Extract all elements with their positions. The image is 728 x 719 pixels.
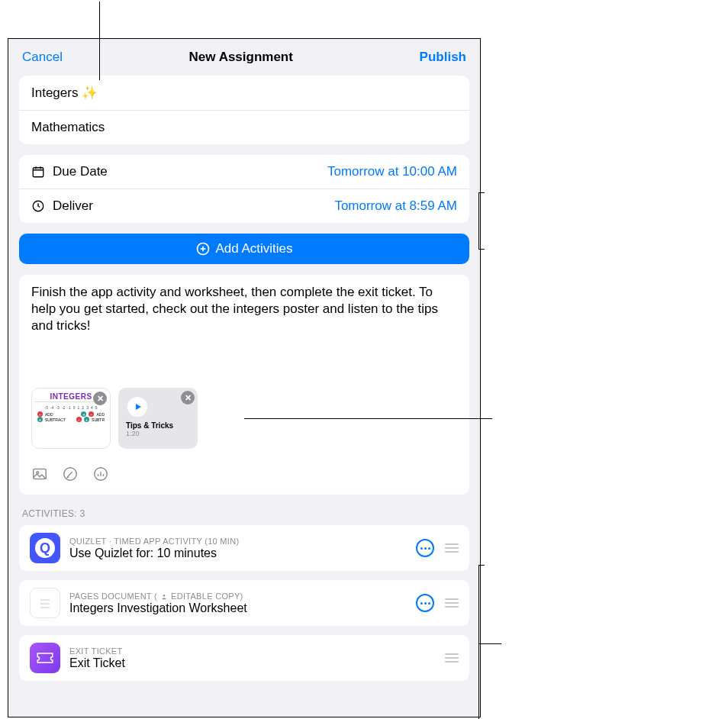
calendar-icon: [31, 165, 45, 179]
assignment-info-section: Integers ✨ Mathematics: [19, 76, 469, 144]
plus-circle-icon: [195, 241, 211, 256]
person-icon: [160, 592, 168, 601]
attachment-toolbar: [31, 463, 457, 485]
audio-name: Tips & Tricks: [126, 421, 192, 430]
assignment-class-text: Mathematics: [31, 120, 105, 135]
audio-duration: 1:20: [126, 430, 192, 437]
add-activities-button[interactable]: Add Activities: [19, 234, 469, 264]
remove-attachment-icon[interactable]: ✕: [181, 391, 195, 405]
publish-button[interactable]: Publish: [420, 50, 466, 65]
more-options-icon[interactable]: [416, 539, 434, 557]
clock-icon: [31, 199, 45, 213]
assignment-name-field[interactable]: Integers ✨: [19, 76, 469, 110]
activity-title: Use Quizlet for: 10 minutes: [69, 547, 407, 560]
schedule-section: Due Date Tomorrow at 10:00 AM Deliver To…: [19, 155, 469, 223]
play-icon[interactable]: [127, 397, 147, 417]
attachment-audio[interactable]: ✕ Tips & Tricks 1:20: [118, 388, 198, 449]
svg-point-13: [163, 595, 166, 597]
header-bar: Cancel New Assignment Publish: [8, 39, 480, 76]
exit-ticket-icon: [30, 643, 60, 673]
page-title: New Assignment: [189, 50, 293, 65]
assignment-class-field[interactable]: Mathematics: [19, 110, 469, 144]
add-drawing-icon[interactable]: [62, 466, 79, 485]
due-date-row[interactable]: Due Date Tomorrow at 10:00 AM: [19, 155, 469, 189]
add-activities-label: Add Activities: [215, 241, 292, 256]
activity-editable-badge: EDITABLE COPY): [171, 592, 243, 601]
activity-row[interactable]: Q QUIZLET · TIMED APP ACTIVITY (10 MIN) …: [19, 525, 469, 571]
drag-handle-icon[interactable]: [445, 598, 459, 608]
activity-title: Integers Investigation Worksheet: [69, 601, 407, 615]
activity-meta: PAGES DOCUMENT (: [69, 592, 157, 601]
activity-meta: EXIT TICKET: [69, 646, 123, 656]
activity-row[interactable]: EXIT TICKET Exit Ticket: [19, 635, 469, 681]
activity-title: Exit Ticket: [69, 656, 436, 670]
deliver-row[interactable]: Deliver Tomorrow at 8:59 AM: [19, 189, 469, 223]
add-image-icon[interactable]: [31, 466, 48, 485]
due-date-value: Tomorrow at 10:00 AM: [327, 164, 457, 179]
activities-header: ACTIVITIES: 3: [22, 508, 466, 519]
add-audio-icon[interactable]: [92, 466, 109, 485]
instructions-text[interactable]: Finish the app activity and worksheet, t…: [31, 284, 457, 334]
svg-marker-8: [136, 404, 141, 410]
drag-handle-icon[interactable]: [445, 653, 459, 663]
drag-handle-icon[interactable]: [445, 543, 459, 553]
activity-meta: QUIZLET · TIMED APP ACTIVITY (10 MIN): [69, 537, 239, 546]
attachment-poster[interactable]: ✕ INTEGERS -5-4-3-2-1012345 −ADD+−ADD +S…: [31, 388, 111, 449]
more-options-icon[interactable]: [416, 594, 434, 612]
pages-document-icon: ▭▭▭▭▭▭▭▭▭: [30, 588, 60, 618]
instructions-section: Finish the app activity and worksheet, t…: [19, 275, 469, 495]
assignment-name-text: Integers ✨: [31, 85, 98, 101]
due-date-label: Due Date: [53, 164, 108, 179]
svg-rect-0: [33, 168, 43, 177]
new-assignment-sheet: Cancel New Assignment Publish Integers ✨…: [8, 38, 481, 717]
deliver-label: Deliver: [53, 198, 93, 214]
cancel-button[interactable]: Cancel: [22, 50, 63, 65]
activity-row[interactable]: ▭▭▭▭▭▭▭▭▭ PAGES DOCUMENT ( EDITABLE COPY…: [19, 580, 469, 626]
deliver-value: Tomorrow at 8:59 AM: [334, 198, 457, 214]
quizlet-icon: Q: [30, 533, 60, 563]
